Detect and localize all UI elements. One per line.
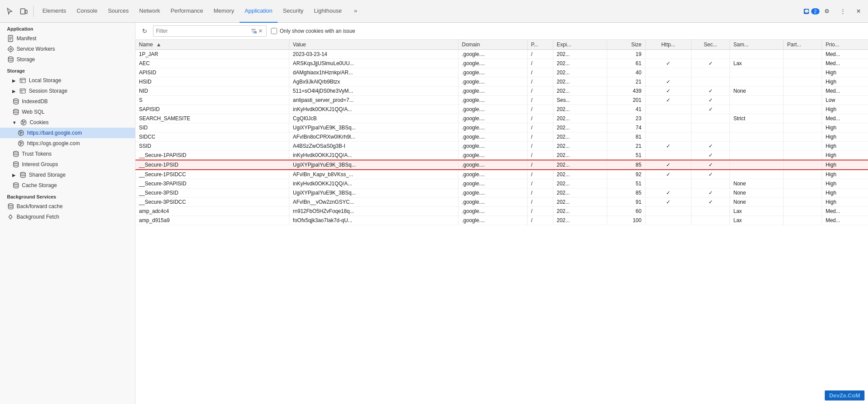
table-row[interactable]: NID511=sO4l4jDS0he3VyM....google..../202…	[135, 87, 868, 96]
table-cell	[784, 105, 822, 114]
table-row[interactable]: __Secure-3PAPISIDinKyHvdk0OKKJ1QQ/A....g…	[135, 179, 868, 188]
table-cell: High	[822, 77, 868, 87]
interest-groups-icon	[12, 161, 19, 168]
table-cell: High	[822, 179, 868, 188]
table-row[interactable]: APISIDdAMghiaox1hHznkp/AR....google..../…	[135, 68, 868, 77]
sidebar-item-cache-storage[interactable]: Cache Storage	[0, 180, 135, 191]
sidebar-item-manifest[interactable]: Manifest	[0, 33, 135, 44]
col-header-samesite[interactable]: Sam...	[730, 40, 784, 50]
table-row[interactable]: __Secure-1PAPISIDinKyHvdk0OKKJ1QQ/A....g…	[135, 151, 868, 160]
table-row[interactable]: SIDCCAFvIBn8oCPRXw0IKrh9l....google..../…	[135, 132, 868, 142]
badge-btn[interactable]: 💬 2	[805, 5, 817, 17]
table-cell: 202...	[553, 114, 607, 123]
sidebar-item-cookies-ogs[interactable]: https://ogs.google.com	[0, 138, 135, 149]
table-cell: Lax	[730, 59, 784, 68]
table-cell: Med...	[822, 50, 868, 59]
sidebar-item-local-storage[interactable]: ▶ Local Storage	[0, 75, 135, 86]
table-cell: ✓	[691, 188, 730, 198]
tab-lighthouse[interactable]: Lighthouse	[309, 0, 347, 23]
sidebar-item-websql[interactable]: Web SQL	[0, 107, 135, 117]
table-row[interactable]: 1P_JAR2023-03-23-14.google..../202...19M…	[135, 50, 868, 59]
settings-btn[interactable]: ⚙	[821, 5, 833, 17]
filter-clear-btn[interactable]: ✕	[257, 28, 264, 34]
table-row[interactable]: SIDUgiXYPjpaIYuE9K_3BSq....google..../20…	[135, 123, 868, 132]
table-cell	[730, 123, 784, 132]
more-btn[interactable]: ⋮	[837, 5, 849, 17]
cookies-icon	[20, 119, 27, 126]
sidebar-item-cookies[interactable]: ▼ Cookies	[0, 117, 135, 128]
table-row[interactable]: AECARSKqsJjjUSlmuLe0UU....google..../202…	[135, 59, 868, 68]
table-cell	[691, 114, 730, 123]
col-header-value[interactable]: Value	[289, 40, 458, 50]
tab-memory[interactable]: Memory	[208, 0, 240, 23]
filter-options-btn[interactable]	[250, 28, 257, 34]
table-cell	[784, 114, 822, 123]
tab-network[interactable]: Network	[134, 0, 166, 23]
cookies-data-table: Name ▲ Value Domain P... Expi... Size Ht…	[135, 40, 868, 225]
refresh-button[interactable]: ↻	[139, 25, 150, 37]
table-cell	[645, 105, 691, 114]
sidebar-item-trust-tokens[interactable]: Trust Tokens	[0, 149, 135, 159]
svg-point-22	[14, 109, 18, 111]
table-cell: .google....	[458, 207, 527, 216]
table-row[interactable]: __Secure-3PSIDUgiXYPjpaIYuE9K_3BSq....go…	[135, 188, 868, 198]
table-row[interactable]: SAPISIDinKyHvdk0OKKJ1QQ/A....google..../…	[135, 105, 868, 114]
only-issues-label: Only show cookies with an issue	[271, 28, 355, 34]
table-cell	[645, 207, 691, 216]
table-cell: 202...	[553, 198, 607, 207]
sidebar-item-session-storage[interactable]: ▶ Session Storage	[0, 86, 135, 96]
sidebar-item-service-workers[interactable]: Service Workers	[0, 44, 135, 54]
col-header-path[interactable]: P...	[527, 40, 553, 50]
col-header-expires[interactable]: Expi...	[553, 40, 607, 50]
col-header-name[interactable]: Name ▲	[135, 40, 289, 50]
sidebar: Application Manifest Service Workers Sto…	[0, 23, 135, 404]
sidebar-item-back-forward-cache[interactable]: Back/forward cache	[0, 201, 135, 212]
tab-elements[interactable]: Elements	[37, 0, 71, 23]
sidebar-item-background-fetch[interactable]: Background Fetch	[0, 212, 135, 222]
table-cell	[784, 198, 822, 207]
table-row[interactable]: HSIDAgBx9JkAlQrb9Btzx.google..../202...2…	[135, 77, 868, 87]
close-btn[interactable]: ✕	[852, 5, 865, 17]
only-issues-checkbox[interactable]	[271, 28, 277, 34]
tab-application[interactable]: Application	[240, 0, 278, 23]
inspector-icon-btn[interactable]	[17, 5, 30, 17]
table-cell: 74	[607, 123, 645, 132]
table-row[interactable]: amp_adc4c4rn912FbO5HZvFoqe18q....google.…	[135, 207, 868, 216]
table-cell	[784, 188, 822, 198]
tab-performance[interactable]: Performance	[165, 0, 208, 23]
table-row[interactable]: __Secure-1PSIDCCAFvIBn_Kapv_b8VKss_....g…	[135, 170, 868, 179]
sidebar-item-cookies-bard[interactable]: https://bard.google.com	[0, 128, 135, 138]
col-header-secure[interactable]: Sec...	[691, 40, 730, 50]
col-header-size[interactable]: Size	[607, 40, 645, 50]
table-cell	[645, 114, 691, 123]
table-cell: ✓	[645, 59, 691, 68]
table-row[interactable]: SEARCH_SAMESITECgQI0JcB.google..../202..…	[135, 114, 868, 123]
tab-console[interactable]: Console	[71, 0, 103, 23]
filter-input[interactable]	[156, 28, 250, 34]
sidebar-item-shared-storage[interactable]: ▶ Shared Storage	[0, 170, 135, 180]
col-header-httponly[interactable]: Http...	[645, 40, 691, 50]
trust-tokens-label: Trust Tokens	[22, 151, 52, 157]
manifest-icon	[7, 35, 14, 42]
table-cell: Lax	[730, 207, 784, 216]
sidebar-item-interest-groups[interactable]: Interest Groups	[0, 159, 135, 170]
table-row[interactable]: SSIDA4BSzZwOSaS0g3B-I.google..../202...2…	[135, 142, 868, 151]
table-cell: 202...	[553, 142, 607, 151]
cursor-icon-btn[interactable]	[3, 5, 16, 17]
sidebar-item-indexeddb[interactable]: IndexedDB	[0, 96, 135, 107]
table-row[interactable]: Santipasti_server_prod=7....google..../S…	[135, 96, 868, 105]
tab-sources[interactable]: Sources	[103, 0, 134, 23]
tab-more[interactable]: »	[349, 0, 362, 23]
table-cell: /	[527, 198, 553, 207]
col-header-domain[interactable]: Domain	[458, 40, 527, 50]
col-header-priority[interactable]: Prio...	[822, 40, 868, 50]
table-row[interactable]: __Secure-3PSIDCCAFvIBn__vOw2znGSYC....go…	[135, 198, 868, 207]
svg-point-36	[14, 162, 18, 164]
table-cell	[691, 216, 730, 225]
table-row[interactable]: __Secure-1PSIDUgiXYPjpaIYuE9K_3BSq....go…	[135, 160, 868, 170]
sidebar-item-storage-root[interactable]: Storage	[0, 54, 135, 65]
table-cell: inKyHvdk0OKKJ1QQ/A...	[289, 151, 458, 160]
col-header-partitioned[interactable]: Part...	[784, 40, 822, 50]
tab-security[interactable]: Security	[278, 0, 309, 23]
table-row[interactable]: amp_d915a9foOfx5qjk3ao7Iak7d-qU....googl…	[135, 216, 868, 225]
